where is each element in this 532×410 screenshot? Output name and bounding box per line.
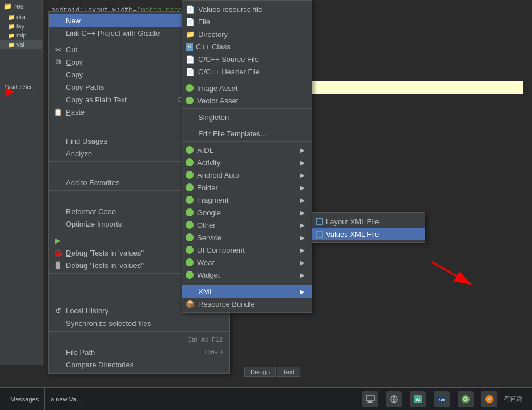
ctx-show-explorer[interactable]: Synchronize selected files [49,317,229,329]
submenu-xml-label: XML [198,287,298,296]
edit-templates-icon [186,129,195,138]
copy-paths-icon [53,70,62,79]
messages-panel-label[interactable]: Messages [5,388,45,410]
submenu-cpp-class[interactable]: S C++ Class [182,40,312,53]
xml-values-label: Values XML File [326,230,418,239]
copy-ref-icon [53,95,62,104]
folder-arrow-icon: ▶ [300,185,305,191]
submenu-google-label: Google [197,208,298,217]
refactor-icon [53,149,62,158]
submenu-edit-templates[interactable]: Edit File Templates... [182,127,312,140]
red-arrow-right-indicator [429,259,485,295]
taskbar-icon-6[interactable]: 🔍 [481,391,497,407]
submenu-folder-label: Folder [197,183,298,192]
layout-xml-icon [316,218,323,225]
submenu-divider-5 [182,283,312,283]
google-android-icon [186,208,194,216]
submenu-image-asset[interactable]: Image Asset [182,82,312,94]
ctx-paste-label: Paste [66,108,194,116]
submenu-singleton[interactable]: Singleton [182,111,312,123]
optimize-icon [53,207,62,216]
ctx-copy-paths-label: Copy [66,70,177,79]
svg-text:W: W [416,397,421,403]
ctx-delete-label: Optimize Imports [66,220,193,228]
explorer-icon [53,319,62,328]
submenu-other[interactable]: Other ▶ [182,219,312,231]
debug-icon: 🐞 [53,248,62,257]
submenu-widget[interactable]: Widget ▶ [182,269,312,281]
ctx-file-path[interactable]: Ctrl+Alt+F12 [49,333,229,346]
submenu-divider-4 [182,141,312,142]
submenu-activity[interactable]: Activity ▶ [182,156,312,169]
svg-text:🔍: 🔍 [487,396,493,403]
submenu-service[interactable]: Service ▶ [182,231,312,244]
submenu-wear-label: Wear [197,258,298,267]
red-arrow-left-indicator: ➤ [3,84,14,100]
submenu-cpp-class-label: C++ Class [196,43,305,51]
submenu-resource-bundle[interactable]: 📦 Resource Bundle [182,298,312,310]
submenu-values-resource[interactable]: 📄 Values resource file [182,3,312,15]
ctx-copy-label: Copy [66,58,194,66]
cpp-header-icon: 📄 [186,67,195,76]
tree-mip[interactable]: 📁 mip [0,31,42,40]
ctx-show-explorer-label: Synchronize selected files [66,319,223,328]
svg-rect-2 [366,395,374,401]
tree-lay[interactable]: 📁 lay [0,22,42,31]
xml-item-icon [186,287,195,296]
submenu-cpp-header-label: C/C++ Header File [198,68,305,76]
ctx-filepath-shortcut: Ctrl+Alt+F12 [187,336,223,343]
vector-asset-android-icon [186,97,194,104]
submenu-aidl[interactable]: AIDL ▶ [182,144,312,156]
tab-text[interactable]: Text [277,367,300,377]
submenu-file[interactable]: 📄 File [182,15,312,28]
xml-values-file[interactable]: Values XML File [312,228,425,240]
widget-android-icon [186,271,194,279]
coverage-icon: ▉ [53,261,62,270]
submenu-activity-label: Activity [197,158,298,167]
submenu-fragment[interactable]: Fragment ▶ [182,194,312,206]
submenu-directory[interactable]: 📁 Directory [182,28,312,40]
submenu-image-asset-label: Image Asset [197,84,305,93]
tab-design[interactable]: Design [244,367,276,377]
delete-icon [53,219,62,228]
svg-text:G: G [463,396,468,403]
widget-arrow-icon: ▶ [300,272,305,278]
submenu-android-auto[interactable]: Android Auto ▶ [182,169,312,181]
submenu-other-label: Other [197,221,298,229]
compare-icon [53,348,62,357]
tree-dra[interactable]: 📁 dra [0,12,42,22]
submenu-folder[interactable]: Folder ▶ [182,181,312,194]
chinese-hint-text: 有问题 [500,395,527,403]
submenu-wear[interactable]: Wear ▶ [182,256,312,269]
find-usages-icon [53,124,62,133]
tree-val[interactable]: 📁 val [0,40,42,49]
submenu-ui-label: UI Component [197,246,298,254]
submenu-cpp-header[interactable]: 📄 C/C++ Header File [182,65,312,78]
taskbar-icon-4[interactable]: S9 [434,391,450,407]
ctx-create-gist[interactable]: Compare Directories [49,358,229,371]
taskbar-icon-3[interactable]: W [410,391,426,407]
submenu-vector-asset[interactable]: Vector Asset [182,94,312,107]
submenu-directory-label: Directory [198,30,305,39]
submenu-cpp-source[interactable]: 📄 C/C++ Source File [182,53,312,65]
submenu-ui-component[interactable]: UI Component ▶ [182,244,312,256]
taskbar-icon-5[interactable]: G [458,391,474,407]
xml-layout-file[interactable]: Layout XML File [312,215,425,228]
submenu-new: 📄 Values resource file 📄 File 📁 Director… [182,0,312,313]
ctx-gist-label: Compare Directories [66,361,223,369]
status-text: a new Va... [45,396,360,403]
cpp-class-icon: S [186,43,193,51]
folder-android-icon [186,183,194,191]
taskbar-icon-1[interactable] [362,391,378,407]
svg-rect-4 [367,402,373,403]
submenu-xml[interactable]: XML ▶ [182,285,312,298]
submenu-google[interactable]: Google ▶ [182,206,312,219]
submenu-divider-2 [182,108,312,109]
xml-arrow-icon: ▶ [300,288,305,295]
values-resource-icon: 📄 [186,5,195,14]
taskbar-icon-2[interactable] [386,391,402,407]
submenu-edit-templates-label: Edit File Templates... [198,129,305,138]
image-asset-android-icon [186,84,194,92]
submenu-xml-panel: Layout XML File Values XML File [312,212,425,243]
ctx-compare-dirs[interactable]: File Path Ctrl+D [49,346,229,358]
